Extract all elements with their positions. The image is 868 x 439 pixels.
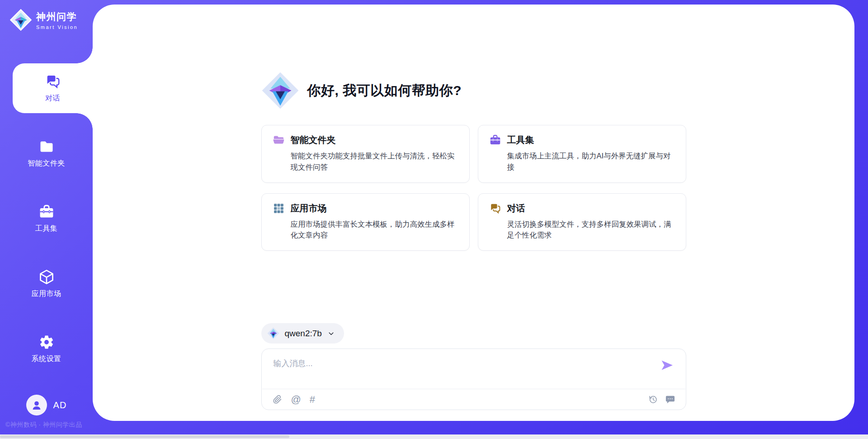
- card-chat[interactable]: 对话 灵活切换多模型文件，支持多样回复效果调试，满足个性化需求: [478, 193, 686, 251]
- at-icon: @: [291, 394, 301, 405]
- chevron-down-icon: [327, 330, 335, 338]
- avatar: [26, 395, 47, 415]
- card-description: 智能文件夹功能支持批量文件上传与清洗，轻松实现文件问答: [291, 150, 458, 173]
- card-head: 智能文件夹: [273, 134, 458, 146]
- sidebar: 神州问学 Smart Vision 对话 智能文件夹: [0, 0, 93, 434]
- chat-icon: [489, 202, 501, 215]
- paperclip-icon: [272, 394, 283, 405]
- sidebar-footer: ©神州数码 · 神州问学出品: [5, 421, 82, 429]
- brand: 神州问学 Smart Vision: [10, 9, 78, 31]
- app-root: 神州问学 Smart Vision 对话 智能文件夹: [0, 0, 868, 434]
- tab-curve-top: [76, 47, 93, 63]
- horizontal-scrollbar[interactable]: [0, 434, 868, 439]
- history-button[interactable]: [648, 394, 658, 405]
- hash-icon: #: [310, 394, 315, 405]
- cube-icon: [38, 269, 55, 285]
- sidebar-nav: 对话 智能文件夹 工具集: [0, 63, 93, 389]
- grid-icon: [273, 202, 285, 215]
- sidebar-item-label: 系统设置: [32, 354, 61, 364]
- main-panel: 你好, 我可以如何帮助你? 智能文件夹 智能文件夹功能支持批量文件上传与清洗，轻…: [93, 5, 854, 421]
- card-head: 对话: [489, 202, 675, 215]
- model-selector[interactable]: qwen2:7b: [261, 323, 344, 344]
- toolbar-right: [648, 394, 675, 405]
- user-initials: AD: [53, 400, 67, 410]
- tab-curve-bottom: [76, 113, 93, 129]
- chat-icon: [45, 73, 61, 90]
- feedback-button[interactable]: [665, 394, 675, 405]
- sidebar-item-label: 工具集: [35, 224, 58, 234]
- sidebar-item-chat[interactable]: 对话: [13, 63, 93, 113]
- history-icon: [648, 394, 658, 405]
- card-head: 工具集: [489, 134, 675, 146]
- comment-icon: [665, 394, 675, 405]
- send-button[interactable]: [660, 358, 675, 372]
- brand-text: 神州问学 Smart Vision: [36, 10, 78, 30]
- brand-title: 神州问学: [36, 10, 78, 23]
- greeting: 你好, 我可以如何帮助你?: [261, 72, 686, 110]
- card-description: 应用市场提供丰富长文本模板，助力高效生成多样化文章内容: [291, 219, 458, 241]
- card-smart-folder[interactable]: 智能文件夹 智能文件夹功能支持批量文件上传与清洗，轻松实现文件问答: [261, 125, 470, 183]
- mention-button[interactable]: @: [291, 394, 301, 405]
- scrollbar-thumb[interactable]: [0, 435, 289, 438]
- card-description: 灵活切换多模型文件，支持多样回复效果调试，满足个性化需求: [507, 219, 675, 241]
- message-input[interactable]: [262, 349, 686, 389]
- diamond-logo-icon: [267, 327, 279, 339]
- model-name: qwen2:7b: [285, 329, 322, 339]
- gear-icon: [38, 334, 55, 350]
- folder-icon: [273, 134, 285, 146]
- card-title: 对话: [507, 202, 525, 215]
- sidebar-item-settings[interactable]: 系统设置: [0, 324, 93, 374]
- brand-subtitle: Smart Vision: [36, 24, 78, 30]
- composer: qwen2:7b: [261, 323, 686, 410]
- toolbox-icon: [489, 134, 501, 146]
- message-input-box: @ #: [261, 348, 686, 410]
- attach-button[interactable]: [272, 394, 283, 405]
- diamond-logo-icon: [10, 9, 32, 31]
- sidebar-item-smart-folder[interactable]: 智能文件夹: [0, 129, 93, 178]
- card-app-market[interactable]: 应用市场 应用市场提供丰富长文本模板，助力高效生成多样化文章内容: [261, 193, 470, 251]
- card-toolset[interactable]: 工具集 集成市场上主流工具，助力AI与外界无缝扩展与对接: [478, 125, 686, 183]
- user-avatar-icon: [30, 399, 43, 411]
- feature-cards: 智能文件夹 智能文件夹功能支持批量文件上传与清洗，轻松实现文件问答: [261, 125, 686, 251]
- toolbox-icon: [38, 204, 55, 220]
- card-title: 应用市场: [291, 202, 327, 215]
- card-title: 智能文件夹: [291, 134, 336, 146]
- card-head: 应用市场: [273, 202, 458, 215]
- sidebar-item-label: 智能文件夹: [28, 159, 65, 168]
- card-description: 集成市场上主流工具，助力AI与外界无缝扩展与对接: [507, 150, 675, 173]
- content-column: 你好, 我可以如何帮助你? 智能文件夹 智能文件夹功能支持批量文件上传与清洗，轻…: [261, 5, 686, 421]
- folder-icon: [38, 138, 55, 155]
- sidebar-item-label: 应用市场: [32, 289, 61, 299]
- topic-button[interactable]: #: [310, 394, 315, 405]
- user-profile[interactable]: AD: [0, 395, 93, 415]
- input-toolbar: @ #: [262, 389, 685, 410]
- sidebar-item-toolset[interactable]: 工具集: [0, 194, 93, 243]
- card-title: 工具集: [507, 134, 534, 146]
- diamond-logo-icon: [261, 72, 299, 110]
- sidebar-item-label: 对话: [45, 94, 60, 103]
- greeting-title: 你好, 我可以如何帮助你?: [307, 81, 462, 100]
- sidebar-item-app-market[interactable]: 应用市场: [0, 259, 93, 309]
- toolbar-left: @ #: [272, 394, 316, 405]
- send-icon: [660, 359, 674, 372]
